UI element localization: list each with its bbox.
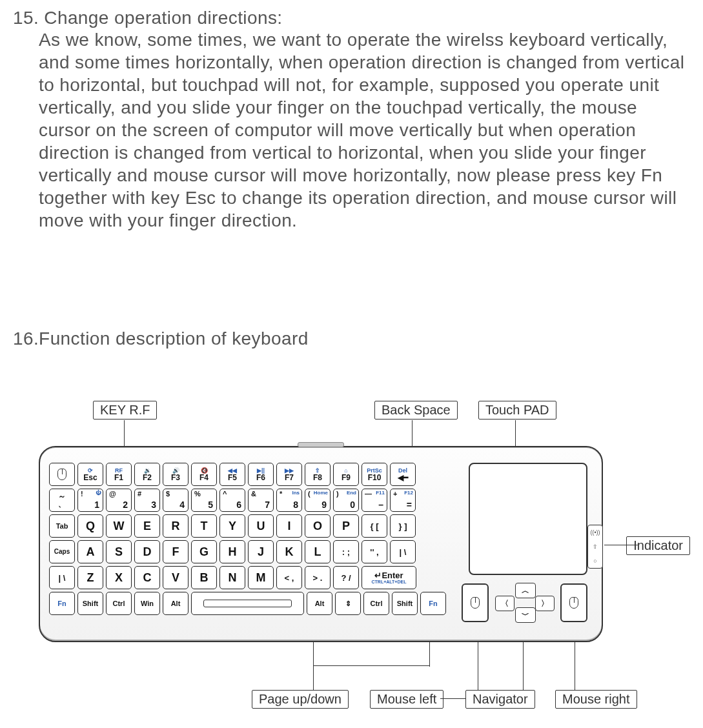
- key-g[interactable]: G: [191, 540, 217, 563]
- key-label: T: [201, 520, 208, 532]
- key-f8[interactable]: ⇧F8: [305, 463, 331, 486]
- key-r[interactable]: R: [163, 514, 188, 538]
- key-a[interactable]: A: [77, 540, 103, 563]
- key-[interactable]: } ]: [390, 514, 416, 538]
- key-f1[interactable]: RFF1: [106, 463, 132, 486]
- key-8[interactable]: *Ins8: [276, 489, 302, 512]
- key-shift[interactable]: Shift: [392, 592, 418, 615]
- key-[interactable]: > .: [305, 566, 331, 589]
- key-tab[interactable]: Tab: [49, 514, 75, 538]
- key-shift[interactable]: Shift: [77, 592, 103, 615]
- key-j[interactable]: J: [248, 540, 274, 563]
- key-label: Ctrl: [113, 600, 125, 607]
- indicator-rf-icon: ((•)): [590, 530, 600, 536]
- key-ctrl[interactable]: Ctrl: [106, 592, 132, 615]
- nav-up-button[interactable]: ︿: [515, 583, 536, 598]
- key-f10[interactable]: PrtScF10: [362, 463, 387, 486]
- key-u[interactable]: U: [248, 514, 274, 538]
- key-label: Alt: [315, 600, 325, 607]
- key-s[interactable]: S: [106, 540, 132, 563]
- key-alt[interactable]: Alt: [307, 592, 332, 615]
- key-f4[interactable]: 🔇F4: [191, 463, 217, 486]
- key-[interactable]: { [: [362, 514, 387, 538]
- key-◀━[interactable]: Del◀━: [390, 463, 416, 486]
- key-label: Tab: [56, 523, 68, 530]
- key-label: K: [285, 546, 294, 558]
- touchpad-surface[interactable]: [469, 463, 587, 575]
- key-label: I: [287, 520, 290, 532]
- key-1[interactable]: !⏻1: [77, 489, 103, 512]
- key-i[interactable]: I: [276, 514, 302, 538]
- key-symbol: ): [336, 490, 339, 498]
- callout-navigator: Navigator: [465, 690, 535, 709]
- key-main: =: [407, 500, 412, 509]
- key-7[interactable]: &7: [248, 489, 274, 512]
- key-[interactable]: : ;: [333, 540, 359, 563]
- mouse-left-button[interactable]: [462, 583, 489, 622]
- key-b[interactable]: B: [191, 566, 217, 589]
- key-d[interactable]: D: [134, 540, 160, 563]
- nav-down-button[interactable]: ﹀: [515, 607, 536, 623]
- key-esc[interactable]: ⟳Esc: [77, 463, 103, 486]
- nav-left-button[interactable]: 〈: [495, 596, 515, 611]
- key-[interactable]: '' ,: [362, 540, 387, 563]
- key-2[interactable]: @2: [106, 489, 132, 512]
- key-r1-0[interactable]: [49, 463, 75, 486]
- key-0[interactable]: )End0: [333, 489, 359, 512]
- key-v[interactable]: V: [163, 566, 188, 589]
- key-[interactable]: | \: [49, 566, 75, 589]
- key-win[interactable]: Win: [134, 592, 160, 615]
- key-m[interactable]: M: [248, 566, 274, 589]
- callout-touch-pad: Touch PAD: [478, 401, 556, 420]
- key-caps[interactable]: Caps: [49, 540, 75, 563]
- key-f9[interactable]: ⌂F9: [333, 463, 359, 486]
- key-t[interactable]: T: [191, 514, 217, 538]
- key-q[interactable]: Q: [77, 514, 103, 538]
- key-label: Shift: [397, 600, 413, 607]
- key-[interactable]: < ,: [276, 566, 302, 589]
- key-e[interactable]: E: [134, 514, 160, 538]
- key-main: F6: [256, 474, 265, 481]
- key-space[interactable]: [191, 592, 304, 615]
- key-f5[interactable]: ◀◀F5: [219, 463, 245, 486]
- key-w[interactable]: W: [106, 514, 132, 538]
- key-4[interactable]: $4: [163, 489, 188, 512]
- key-⇕[interactable]: ⇕: [335, 592, 361, 615]
- key-x[interactable]: X: [106, 566, 132, 589]
- key-p[interactable]: P: [333, 514, 359, 538]
- key-c[interactable]: C: [134, 566, 160, 589]
- key-6[interactable]: ^6: [219, 489, 245, 512]
- key-=[interactable]: +F12=: [390, 489, 416, 512]
- key-enter[interactable]: ↵EnterCTRL+ALT+DEL: [362, 566, 416, 589]
- key-z[interactable]: Z: [77, 566, 103, 589]
- key-o[interactable]: O: [305, 514, 331, 538]
- key-9[interactable]: (Home9: [305, 489, 331, 512]
- mouse-right-button[interactable]: [560, 583, 587, 622]
- key-5[interactable]: %5: [191, 489, 217, 512]
- key-h[interactable]: H: [219, 540, 245, 563]
- key-main: 8: [293, 500, 298, 509]
- key-n[interactable]: N: [219, 566, 245, 589]
- key-fn[interactable]: Fn: [420, 592, 446, 615]
- key-alt[interactable]: Alt: [163, 592, 188, 615]
- key-f3[interactable]: 🔊F3: [163, 463, 188, 486]
- key-–[interactable]: —F11–: [362, 489, 387, 512]
- key-f6[interactable]: ▶||F6: [248, 463, 274, 486]
- key-label: '' ,: [370, 548, 378, 556]
- key-ctrl[interactable]: Ctrl: [363, 592, 389, 615]
- key-fn[interactable]: Fn: [49, 592, 75, 615]
- key-y[interactable]: Y: [219, 514, 245, 538]
- key-f7[interactable]: ▶▶F7: [276, 463, 302, 486]
- key-k[interactable]: K: [276, 540, 302, 563]
- key-symbol: —: [365, 490, 372, 498]
- key-label: D: [143, 546, 152, 558]
- key-f2[interactable]: 🔉F2: [134, 463, 160, 486]
- key-tilde[interactable]: ～、: [49, 489, 75, 512]
- key-l[interactable]: L: [305, 540, 331, 563]
- key-[interactable]: | \: [390, 540, 416, 563]
- key-f[interactable]: F: [163, 540, 188, 563]
- nav-right-button[interactable]: 〉: [535, 596, 555, 611]
- key-label: A: [87, 546, 95, 558]
- key-3[interactable]: #3: [134, 489, 160, 512]
- key-[interactable]: ? /: [333, 566, 359, 589]
